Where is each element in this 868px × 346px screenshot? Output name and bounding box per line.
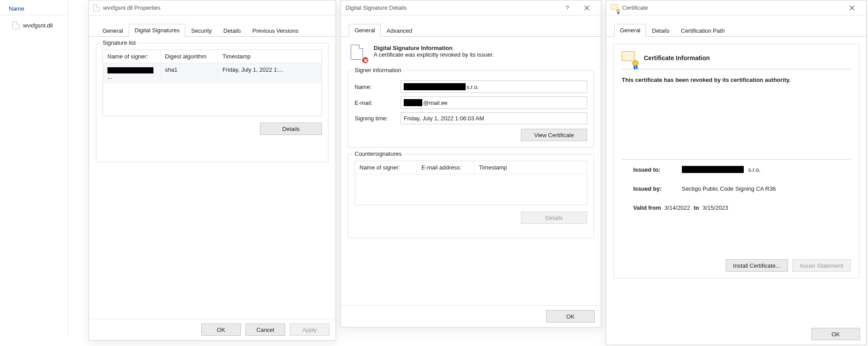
issuer-statement-button[interactable]: Issuer Statement <box>792 259 851 272</box>
col-name-of-signer[interactable]: Name of signer: <box>355 161 417 174</box>
tab-strip: General Advanced <box>341 15 601 37</box>
signer-information-group: Signer information Name: s.r.o. E-mail: … <box>348 70 594 148</box>
signature-row[interactable]: ... sha1 Friday, July 1, 2022 1:... <box>103 63 321 83</box>
titlebar[interactable]: Digital Signature Details ? <box>341 0 601 15</box>
ok-button[interactable]: OK <box>201 323 241 336</box>
col-timestamp[interactable]: Timestamp <box>474 161 587 174</box>
certificate-dialog: Certificate General Details Certificatio… <box>606 0 867 345</box>
ok-button[interactable]: OK <box>546 310 595 323</box>
signing-time-row: Signing time: Friday, July 1, 2022 1:06:… <box>355 112 587 124</box>
name-value[interactable]: s.r.o. <box>401 81 587 93</box>
dialog-title: Certificate <box>622 4 842 11</box>
view-certificate-button[interactable]: View Certificate <box>521 129 587 141</box>
close-icon <box>584 5 589 11</box>
signature-list-group: Signature list Name of signer: Digest al… <box>96 43 329 162</box>
col-email-address[interactable]: E-mail address: <box>417 161 474 174</box>
file-icon <box>93 4 99 12</box>
group-legend: Signature list <box>101 39 138 46</box>
issued-to-label: Issued to: <box>633 166 677 173</box>
column-header-name[interactable]: Name <box>0 3 68 15</box>
cancel-button[interactable]: Cancel <box>245 323 285 336</box>
help-button[interactable]: ? <box>558 1 577 15</box>
certificate-status: This certificate has been revoked by its… <box>622 76 851 85</box>
valid-from-row: Valid from 3/14/2022 to 3/15/2023 <box>633 204 851 211</box>
group-legend: Signer information <box>353 67 403 73</box>
cell-signer: ... <box>103 63 161 83</box>
col-digest-algorithm[interactable]: Digest algorithm <box>161 50 218 63</box>
explorer-name-column: Name wvxfgsnt.dll <box>0 0 69 336</box>
redacted-email <box>404 99 422 106</box>
issued-to-row: Issued to: s.r.o. <box>633 166 851 173</box>
install-certificate-button[interactable]: Install Certificate... <box>726 259 788 272</box>
to-label: to <box>694 204 699 211</box>
tab-details[interactable]: Details <box>646 24 675 37</box>
tab-strip: General Details Certification Path <box>606 15 866 37</box>
tab-previous-versions[interactable]: Previous Versions <box>247 24 304 37</box>
certificate-small-icon <box>611 4 619 12</box>
signature-details-dialog: Digital Signature Details ? General Adva… <box>340 0 601 327</box>
col-name-of-signer[interactable]: Name of signer: <box>103 50 161 63</box>
certificate-heading: Certificate Information <box>644 54 710 62</box>
details-button[interactable]: Details <box>260 123 322 135</box>
issued-by-label: Issued by: <box>633 185 677 192</box>
col-timestamp[interactable]: Timestamp <box>218 50 321 63</box>
tab-general[interactable]: General <box>614 24 646 37</box>
apply-button[interactable]: Apply <box>290 323 329 336</box>
countersignatures-group: Countersignatures Name of signer: E-mail… <box>348 154 594 238</box>
signing-time-label: Signing time: <box>355 115 394 122</box>
certificate-heading-row: Certificate Information <box>622 51 851 65</box>
cell-digest: sha1 <box>161 63 218 83</box>
tab-details[interactable]: Details <box>218 24 247 37</box>
countersignatures-body[interactable] <box>355 174 587 205</box>
ok-button[interactable]: OK <box>811 328 860 340</box>
tab-advanced[interactable]: Advanced <box>381 24 418 37</box>
signature-revoked-icon <box>351 45 367 62</box>
redacted-name <box>404 83 466 90</box>
tab-digital-signatures[interactable]: Digital Signatures <box>129 24 185 37</box>
signature-heading: Digital Signature Information <box>374 45 494 51</box>
tab-general[interactable]: General <box>97 24 129 37</box>
issued-by-row: Issued by: Sectigo Public Code Signing C… <box>633 185 851 192</box>
email-value[interactable]: @mail.ee <box>401 96 587 109</box>
signature-status-block: Digital Signature Information A certific… <box>341 37 601 64</box>
valid-to-value: 3/15/2023 <box>703 204 728 211</box>
name-label: Name: <box>355 84 394 90</box>
redacted-signer <box>107 67 153 73</box>
issued-by-value: Sectigo Public Code Signing CA R36 <box>682 185 776 192</box>
valid-from-value: 3/14/2022 <box>665 204 690 211</box>
certificate-action-row: Install Certificate... Issuer Statement <box>726 259 851 272</box>
certificate-icon <box>622 51 638 65</box>
file-row[interactable]: wvxfgsnt.dll <box>0 15 68 33</box>
close-button[interactable] <box>577 1 597 15</box>
file-name: wvxfgsnt.dll <box>23 22 53 29</box>
countersignatures-header: Name of signer: E-mail address: Timestam… <box>355 161 587 174</box>
group-legend: Countersignatures <box>353 150 403 157</box>
details-button[interactable]: Details <box>521 211 587 224</box>
signer-email-row: E-mail: @mail.ee <box>355 96 587 109</box>
signer-name-row: Name: s.r.o. <box>355 81 587 93</box>
dialog-title: Digital Signature Details <box>345 4 558 11</box>
email-label: E-mail: <box>355 100 394 106</box>
redacted-issued-to <box>682 166 744 173</box>
signature-status: A certificate was explicitly revoked by … <box>374 51 494 58</box>
tab-strip: General Digital Signatures Security Deta… <box>89 15 336 37</box>
close-button[interactable] <box>842 1 862 15</box>
tab-certification-path[interactable]: Certification Path <box>675 24 730 37</box>
dialog-title: wvxfgsnt.dll Properties <box>103 4 331 11</box>
certificate-panel: Certificate Information This certificate… <box>613 44 859 278</box>
titlebar[interactable]: Certificate <box>606 0 866 15</box>
file-icon <box>12 21 19 29</box>
tab-security[interactable]: Security <box>185 24 218 37</box>
dialog-button-row: OK <box>606 323 866 345</box>
signature-list-body: ... sha1 Friday, July 1, 2022 1:... <box>103 63 322 116</box>
valid-from-label: Valid from <box>633 204 661 211</box>
cell-timestamp: Friday, July 1, 2022 1:... <box>218 63 321 83</box>
dialog-button-row: OK <box>341 305 601 327</box>
tab-general[interactable]: General <box>349 24 381 37</box>
close-icon <box>849 5 855 11</box>
titlebar[interactable]: wvxfgsnt.dll Properties <box>89 0 336 15</box>
signature-list-header: Name of signer: Digest algorithm Timesta… <box>103 50 322 63</box>
dialog-button-row: OK Cancel Apply <box>89 319 336 340</box>
properties-dialog: wvxfgsnt.dll Properties General Digital … <box>88 0 336 341</box>
signing-time-value[interactable]: Friday, July 1, 2022 1:06:03 AM <box>401 112 587 124</box>
